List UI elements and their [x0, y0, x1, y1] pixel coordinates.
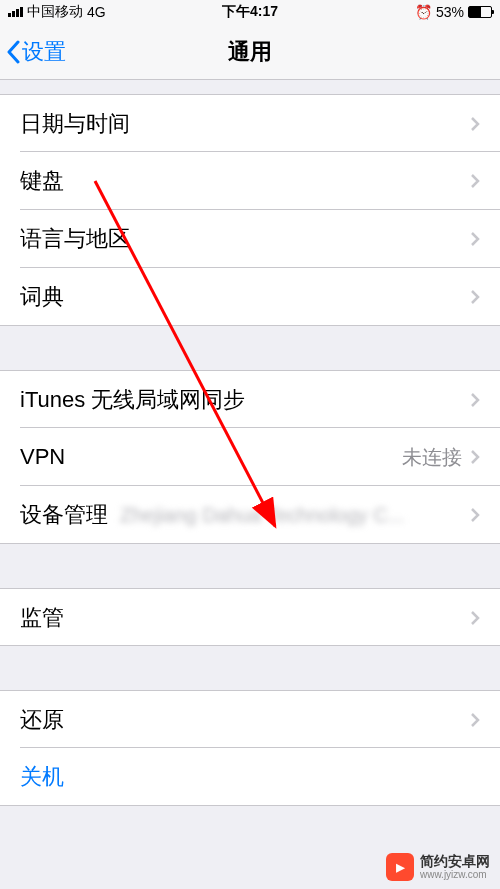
- row-label: iTunes 无线局域网同步: [20, 385, 245, 415]
- row-label: VPN: [20, 444, 65, 470]
- watermark-logo-icon: ▸: [386, 853, 414, 881]
- row-label: 关机: [20, 762, 64, 792]
- chevron-right-icon: [470, 173, 480, 189]
- status-bar: 中国移动 4G 下午4:17 ⏰ 53%: [0, 0, 500, 24]
- row-device-management[interactable]: 设备管理 Zhejiang Dahua Technology C...: [0, 486, 500, 544]
- chevron-right-icon: [470, 231, 480, 247]
- back-label: 设置: [22, 37, 66, 67]
- row-detail: 未连接: [65, 444, 470, 471]
- carrier-label: 中国移动: [27, 3, 83, 21]
- row-label: 键盘: [20, 166, 64, 196]
- row-language-region[interactable]: 语言与地区: [0, 210, 500, 268]
- row-shutdown[interactable]: 关机: [0, 748, 500, 806]
- chevron-right-icon: [470, 610, 480, 626]
- chevron-left-icon: [6, 40, 20, 64]
- chevron-right-icon: [470, 289, 480, 305]
- watermark: ▸ 简约安卓网 www.jyizw.com: [386, 853, 490, 881]
- chevron-right-icon: [470, 116, 480, 132]
- back-button[interactable]: 设置: [0, 37, 66, 67]
- row-label: 设备管理: [20, 500, 108, 530]
- status-time: 下午4:17: [222, 3, 278, 21]
- row-vpn[interactable]: VPN 未连接: [0, 428, 500, 486]
- battery-icon: [468, 6, 492, 18]
- page-title: 通用: [228, 37, 272, 67]
- alarm-icon: ⏰: [415, 4, 432, 20]
- watermark-title: 简约安卓网: [420, 854, 490, 869]
- status-left: 中国移动 4G: [8, 3, 106, 21]
- network-label: 4G: [87, 4, 106, 20]
- chevron-right-icon: [470, 712, 480, 728]
- row-reset[interactable]: 还原: [0, 690, 500, 748]
- signal-icon: [8, 7, 23, 17]
- row-label: 语言与地区: [20, 224, 130, 254]
- row-keyboard[interactable]: 键盘: [0, 152, 500, 210]
- row-regulatory[interactable]: 监管: [0, 588, 500, 646]
- chevron-right-icon: [470, 392, 480, 408]
- row-dictionary[interactable]: 词典: [0, 268, 500, 326]
- chevron-right-icon: [470, 507, 480, 523]
- row-detail: Zhejiang Dahua Technology C...: [108, 504, 470, 527]
- chevron-right-icon: [470, 449, 480, 465]
- watermark-url: www.jyizw.com: [420, 869, 490, 880]
- row-label: 日期与时间: [20, 109, 130, 139]
- battery-percent: 53%: [436, 4, 464, 20]
- row-itunes-wifi-sync[interactable]: iTunes 无线局域网同步: [0, 370, 500, 428]
- row-label: 监管: [20, 603, 64, 633]
- row-label: 还原: [20, 705, 64, 735]
- nav-bar: 设置 通用: [0, 24, 500, 80]
- row-date-time[interactable]: 日期与时间: [0, 94, 500, 152]
- status-right: ⏰ 53%: [415, 4, 492, 20]
- row-label: 词典: [20, 282, 64, 312]
